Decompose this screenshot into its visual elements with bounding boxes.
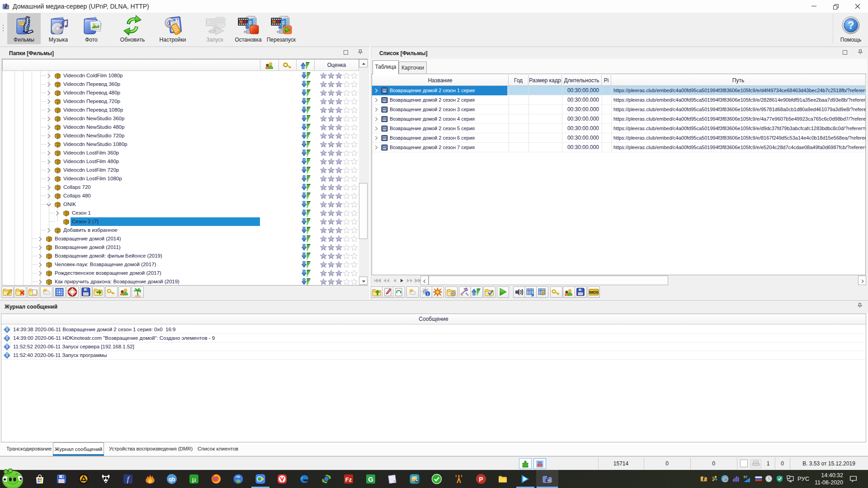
svg-text:P: P [479,476,483,483]
svg-text:25: 25 [724,478,727,481]
svg-text:IMDb: IMDb [589,290,599,295]
svg-text:G: G [368,475,373,483]
svg-text:qb: qb [169,476,175,483]
svg-text:?: ? [848,19,854,31]
svg-text:µ: µ [192,475,196,483]
svg-text:i: i [427,292,429,296]
svg-text:Fz: Fz [345,476,352,483]
svg-text:57: 57 [744,475,747,479]
